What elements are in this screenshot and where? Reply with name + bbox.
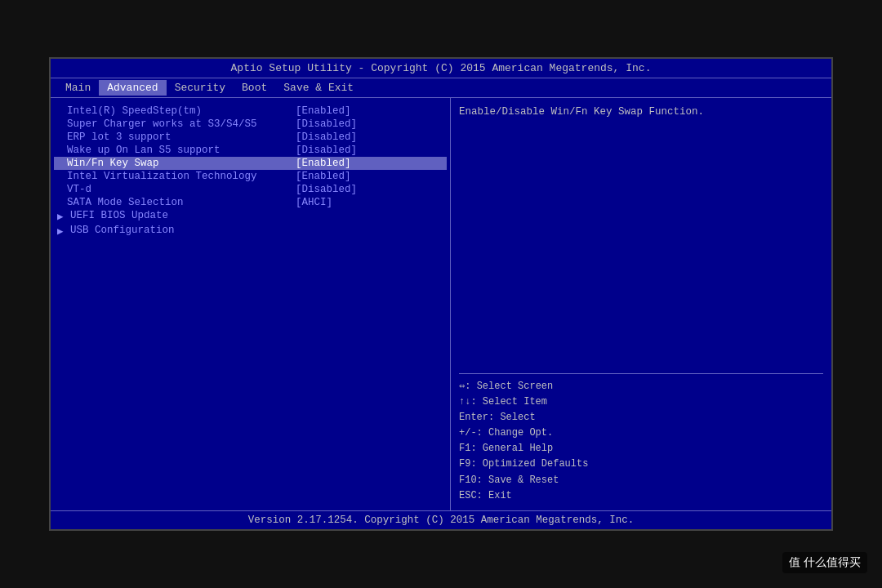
row-label: Intel(R) SpeedStep(tm) [67, 105, 296, 117]
menu-item-advanced[interactable]: Advanced [99, 80, 166, 96]
bios-screen: Aptio Setup Utility - Copyright (C) 2015… [49, 57, 833, 531]
row-value: [Disabled] [296, 145, 357, 156]
row-value: [Enabled] [296, 105, 351, 117]
bios-row[interactable]: SATA Mode Selection[AHCI] [54, 196, 447, 209]
help-text: Enable/Disable Win/Fn Key Swap Function. [459, 105, 823, 368]
title-text: Aptio Setup Utility - Copyright (C) 2015… [231, 62, 652, 74]
menu-item-boot[interactable]: Boot [234, 80, 275, 96]
row-label: Wake up On Lan S5 support [67, 145, 296, 156]
row-label: Super Charger works at S3/S4/S5 [67, 118, 296, 130]
row-label: USB Configuration [70, 225, 443, 238]
key-help-line: F9: Optimized Defaults [459, 457, 823, 472]
bios-row[interactable]: Intel(R) SpeedStep(tm)[Enabled] [54, 105, 447, 118]
row-value: [Disabled] [296, 131, 357, 143]
bios-row[interactable]: Wake up On Lan S5 support[Disabled] [54, 144, 447, 157]
divider [459, 373, 823, 374]
row-label: Win/Fn Key Swap [67, 158, 296, 169]
bios-row[interactable]: Win/Fn Key Swap[Enabled] [54, 157, 447, 170]
row-spacer [57, 118, 67, 130]
row-label: UEFI BIOS Update [70, 210, 443, 223]
footer: Version 2.17.1254. Copyright (C) 2015 Am… [51, 510, 831, 529]
row-spacer [57, 171, 67, 182]
row-value: [Enabled] [296, 158, 351, 169]
key-help-line: +/-: Change Opt. [459, 425, 823, 441]
bios-row[interactable]: Intel Virtualization Technology[Enabled] [54, 170, 447, 183]
row-spacer [57, 131, 67, 143]
key-help-line: ↑↓: Select Item [459, 394, 823, 410]
key-help: ⇔: Select Screen↑↓: Select ItemEnter: Se… [459, 379, 823, 505]
row-spacer [57, 105, 67, 117]
row-spacer [57, 158, 67, 169]
row-spacer [57, 197, 67, 208]
bios-row[interactable]: ERP lot 3 support[Disabled] [54, 131, 447, 144]
row-label: SATA Mode Selection [67, 197, 296, 208]
bios-row[interactable]: VT-d[Disabled] [54, 183, 447, 196]
menu-item-security[interactable]: Security [167, 80, 234, 96]
right-panel: Enable/Disable Win/Fn Key Swap Function.… [451, 98, 831, 510]
submenu-arrow-icon: ▶ [57, 225, 67, 238]
watermark-text: 值 什么值得买 [789, 555, 861, 568]
bios-row[interactable]: ▶USB Configuration [54, 224, 447, 238]
row-value: [Disabled] [296, 118, 357, 130]
main-content: Intel(R) SpeedStep(tm)[Enabled]Super Cha… [51, 98, 831, 510]
row-spacer [57, 184, 67, 195]
watermark: 值 什么值得买 [782, 552, 867, 573]
row-spacer [57, 145, 67, 156]
key-help-line: F1: General Help [459, 441, 823, 457]
row-label: Intel Virtualization Technology [67, 171, 296, 182]
submenu-arrow-icon: ▶ [57, 210, 67, 223]
footer-text: Version 2.17.1254. Copyright (C) 2015 Am… [248, 514, 635, 526]
row-label: VT-d [67, 184, 296, 195]
title-bar: Aptio Setup Utility - Copyright (C) 2015… [51, 59, 831, 78]
left-panel: Intel(R) SpeedStep(tm)[Enabled]Super Cha… [51, 98, 451, 510]
key-help-line: Enter: Select [459, 410, 823, 425]
bios-row[interactable]: ▶UEFI BIOS Update [54, 209, 447, 224]
row-value: [AHCI] [296, 197, 332, 208]
key-help-line: ⇔: Select Screen [459, 379, 823, 394]
menu-item-main[interactable]: Main [57, 80, 99, 96]
row-label: ERP lot 3 support [67, 131, 296, 143]
row-value: [Enabled] [296, 171, 351, 182]
bios-row[interactable]: Super Charger works at S3/S4/S5[Disabled… [54, 118, 447, 131]
menu-item-save---exit[interactable]: Save & Exit [275, 80, 362, 96]
key-help-line: ESC: Exit [459, 488, 823, 504]
menu-bar: MainAdvancedSecurityBootSave & Exit [51, 78, 831, 98]
key-help-line: F10: Save & Reset [459, 473, 823, 488]
row-value: [Disabled] [296, 184, 357, 195]
